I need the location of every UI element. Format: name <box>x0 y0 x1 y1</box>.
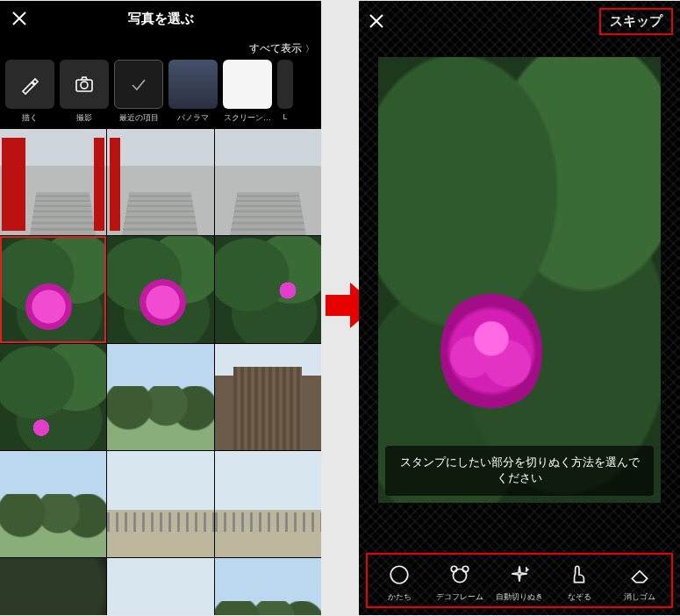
svg-point-2 <box>390 566 408 584</box>
tab-label: 最近の項目 <box>114 112 163 124</box>
eraser-icon <box>626 562 653 588</box>
header-title: 写真を選ぶ <box>128 11 194 27</box>
tab-camera[interactable] <box>60 60 109 109</box>
photo-thumbnail[interactable] <box>107 558 213 615</box>
photo-thumbnail[interactable] <box>107 344 213 450</box>
tab-label: 描く <box>5 112 54 124</box>
show-all-button[interactable]: すべて表示 〉 <box>0 36 321 60</box>
show-all-label: すべて表示 <box>249 41 302 56</box>
selected-photo <box>440 289 542 413</box>
tool-label: 消しゴム <box>624 591 655 603</box>
tool-shape[interactable]: かたち <box>369 562 429 603</box>
tab-screenshots[interactable] <box>223 60 272 109</box>
sparkle-icon <box>506 562 533 588</box>
instruction-text: スタンプにしたい部分を切りぬく方法を選んでください <box>385 446 654 497</box>
photo-thumbnail[interactable] <box>107 451 213 557</box>
chevron-right-icon: 〉 <box>305 43 314 55</box>
selected-photo <box>378 57 661 503</box>
photo-thumbnail[interactable] <box>215 129 321 235</box>
circle-icon <box>386 562 412 588</box>
header: スキップ <box>359 1 680 41</box>
tab-recents[interactable] <box>114 60 163 109</box>
tab-label: パノラマ <box>168 112 218 124</box>
tool-eraser[interactable]: 消しゴム <box>610 562 669 603</box>
photo-thumbnail[interactable] <box>0 558 106 615</box>
close-icon[interactable] <box>9 8 30 29</box>
photo-thumbnail[interactable] <box>107 236 213 342</box>
tab-label: L <box>277 112 293 124</box>
skip-label: スキップ <box>610 13 662 28</box>
tool-label: 自動切りぬき <box>496 591 543 603</box>
cutout-method-screen: スキップ スタンプにしたい部分を切りぬく方法を選んでください かたち デコフレー… <box>359 1 680 615</box>
tab-label: スクリーン… <box>223 112 272 124</box>
photo-thumbnail[interactable] <box>215 344 321 450</box>
skip-button[interactable]: スキップ <box>599 8 673 35</box>
tool-label: デコフレーム <box>436 591 483 603</box>
bear-icon <box>447 562 473 588</box>
tab-draw[interactable] <box>5 60 54 109</box>
finger-icon <box>566 562 592 588</box>
photo-thumbnail[interactable] <box>0 129 106 235</box>
close-icon[interactable] <box>366 11 387 32</box>
cutout-toolbar: かたち デコフレーム 自動切りぬき なぞる 消しゴム <box>366 553 673 608</box>
tool-decoframe[interactable]: デコフレーム <box>429 562 489 603</box>
svg-point-1 <box>81 82 88 89</box>
photo-thumbnail[interactable] <box>107 129 213 235</box>
header: 写真を選ぶ <box>0 1 321 36</box>
photo-picker-screen: 写真を選ぶ すべて表示 〉 描く 撮影 最近の項目 パノラマ スクリーン… L <box>0 1 321 615</box>
tab-panorama[interactable] <box>168 60 218 109</box>
source-tab-labels: 描く 撮影 最近の項目 パノラマ スクリーン… L <box>0 112 321 129</box>
source-tabs <box>0 60 321 112</box>
photo-grid <box>0 129 321 615</box>
image-canvas[interactable]: スタンプにしたい部分を切りぬく方法を選んでください <box>378 57 661 503</box>
photo-thumbnail-selected[interactable] <box>0 236 106 342</box>
tool-label: かたち <box>388 591 412 603</box>
tool-label: なぞる <box>568 591 591 603</box>
photo-thumbnail[interactable] <box>215 558 321 615</box>
tool-auto-cutout[interactable]: 自動切りぬき <box>490 562 549 603</box>
photo-thumbnail[interactable] <box>215 451 321 557</box>
tool-trace[interactable]: なぞる <box>549 562 609 603</box>
tab-more[interactable] <box>277 60 293 109</box>
photo-thumbnail[interactable] <box>0 344 106 450</box>
tab-label: 撮影 <box>60 112 109 124</box>
photo-thumbnail[interactable] <box>215 236 321 342</box>
photo-thumbnail[interactable] <box>0 451 106 557</box>
